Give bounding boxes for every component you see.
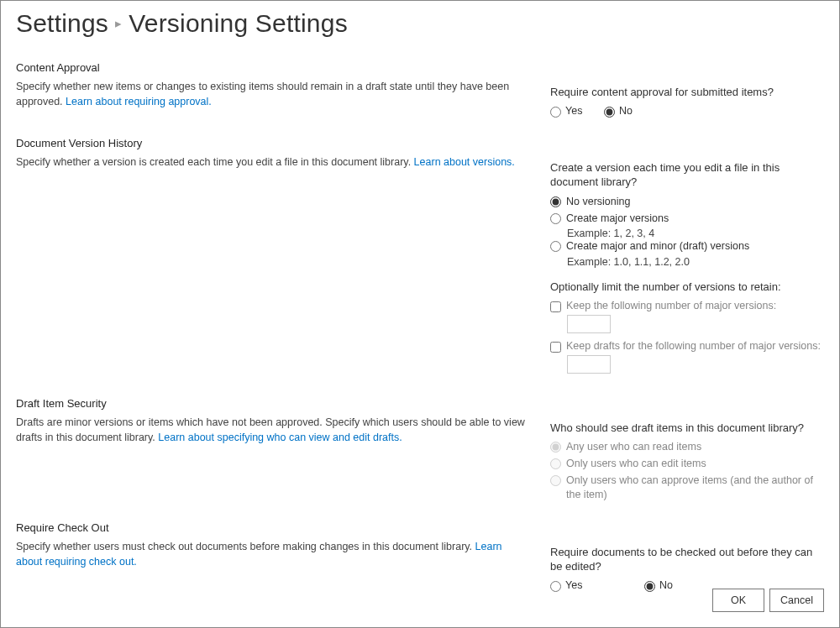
version-question: Create a version each time you edit a fi… bbox=[550, 160, 824, 190]
version-option-major[interactable]: Create major versions bbox=[550, 212, 824, 226]
input-drafts-count[interactable] bbox=[567, 355, 611, 374]
section-description: Drafts are minor versions or items which… bbox=[16, 415, 530, 445]
chevron-right-icon: ▸ bbox=[115, 16, 122, 31]
desc-text: Specify whether a version is created eac… bbox=[16, 156, 414, 168]
radio-draft-any[interactable] bbox=[550, 442, 561, 453]
radio-approval-yes[interactable] bbox=[550, 107, 561, 118]
label-major-minor-versions: Create major and minor (draft) versions bbox=[566, 239, 749, 254]
checkout-question: Require documents to be checked out befo… bbox=[550, 545, 824, 574]
learn-about-versions-link[interactable]: Learn about versions. bbox=[414, 156, 515, 168]
breadcrumb-parent[interactable]: Settings bbox=[16, 9, 108, 38]
keep-major-versions-row[interactable]: Keep the following number of major versi… bbox=[550, 300, 824, 312]
radio-approval-no[interactable] bbox=[604, 107, 615, 118]
section-title: Require Check Out bbox=[16, 521, 530, 534]
checkbox-keep-drafts[interactable] bbox=[550, 342, 561, 353]
radio-checkout-yes[interactable] bbox=[550, 581, 561, 592]
content-approval-question: Require content approval for submitted i… bbox=[550, 85, 824, 100]
section-content-approval: Content Approval Specify whether new ite… bbox=[16, 61, 824, 120]
section-description: Specify whether a version is created eac… bbox=[16, 154, 530, 170]
label-draft-any: Any user who can read items bbox=[566, 440, 701, 454]
limit-versions-label: Optionally limit the number of versions … bbox=[550, 280, 824, 295]
radio-major-minor-versions[interactable] bbox=[550, 241, 561, 252]
section-require-checkout: Require Check Out Specify whether users … bbox=[16, 521, 824, 594]
desc-text: Specify whether users must check out doc… bbox=[16, 541, 475, 552]
label-yes: Yes bbox=[565, 105, 582, 117]
section-title: Content Approval bbox=[16, 61, 530, 74]
learn-about-approval-link[interactable]: Learn about requiring approval. bbox=[66, 96, 212, 107]
radio-checkout-no[interactable] bbox=[644, 581, 655, 592]
breadcrumb: Settings ▸ Versioning Settings bbox=[16, 9, 824, 38]
ok-button[interactable]: OK bbox=[712, 589, 764, 612]
label-no: No bbox=[619, 105, 633, 117]
draft-security-question: Who should see draft items in this docum… bbox=[550, 421, 824, 436]
input-major-count[interactable] bbox=[567, 315, 611, 333]
section-version-history: Document Version History Specify whether… bbox=[16, 137, 824, 380]
content-approval-yes[interactable]: Yes bbox=[550, 105, 582, 118]
version-option-none[interactable]: No versioning bbox=[550, 195, 824, 209]
example-major-minor: Example: 1.0, 1.1, 1.2, 2.0 bbox=[567, 256, 824, 268]
checkbox-keep-major[interactable] bbox=[550, 301, 561, 312]
example-major: Example: 1, 2, 3, 4 bbox=[567, 228, 824, 239]
section-description: Specify whether new items or changes to … bbox=[16, 79, 530, 109]
label-draft-approve: Only users who can approve items (and th… bbox=[566, 474, 824, 502]
section-draft-security: Draft Item Security Drafts are minor ver… bbox=[16, 397, 824, 505]
version-option-major-minor[interactable]: Create major and minor (draft) versions bbox=[550, 239, 824, 254]
draft-option-edit-users[interactable]: Only users who can edit items bbox=[550, 457, 824, 471]
label-major-versions: Create major versions bbox=[566, 212, 669, 226]
radio-draft-edit[interactable] bbox=[550, 458, 561, 469]
label-no-versioning: No versioning bbox=[566, 195, 630, 209]
draft-option-any-user[interactable]: Any user who can read items bbox=[550, 440, 824, 454]
radio-draft-approve[interactable] bbox=[550, 475, 561, 486]
keep-drafts-row[interactable]: Keep drafts for the following number of … bbox=[550, 340, 824, 353]
section-title: Draft Item Security bbox=[16, 397, 530, 410]
breadcrumb-current: Versioning Settings bbox=[129, 9, 348, 38]
label-keep-drafts: Keep drafts for the following number of … bbox=[566, 340, 821, 352]
label-yes: Yes bbox=[565, 579, 582, 591]
cancel-button[interactable]: Cancel bbox=[769, 589, 824, 612]
checkout-no[interactable]: No bbox=[644, 579, 673, 592]
content-approval-no[interactable]: No bbox=[604, 105, 633, 118]
label-keep-major: Keep the following number of major versi… bbox=[566, 300, 776, 311]
section-title: Document Version History bbox=[16, 137, 530, 149]
button-row: OK Cancel bbox=[712, 589, 824, 612]
learn-about-drafts-link[interactable]: Learn about specifying who can view and … bbox=[158, 432, 402, 443]
section-description: Specify whether users must check out doc… bbox=[16, 539, 530, 569]
radio-major-versions[interactable] bbox=[550, 213, 561, 224]
label-draft-edit: Only users who can edit items bbox=[566, 457, 706, 471]
draft-option-approve-users[interactable]: Only users who can approve items (and th… bbox=[550, 474, 824, 502]
checkout-yes[interactable]: Yes bbox=[550, 579, 582, 592]
radio-no-versioning[interactable] bbox=[550, 196, 561, 207]
label-no: No bbox=[659, 579, 673, 591]
